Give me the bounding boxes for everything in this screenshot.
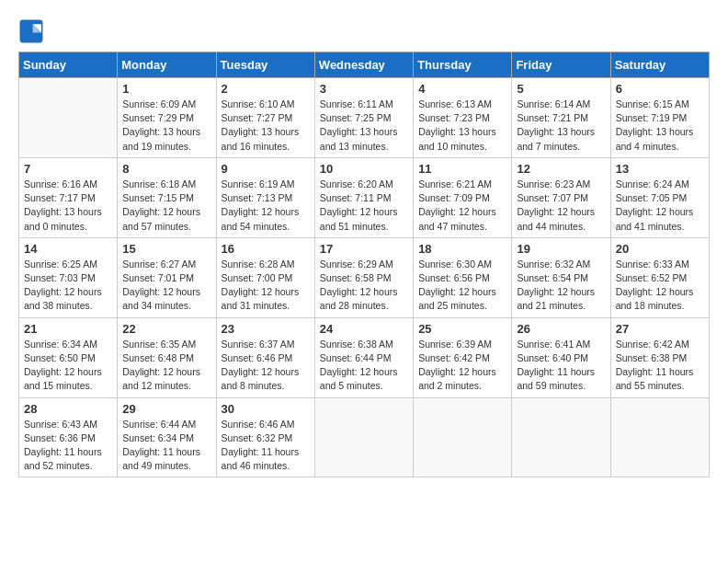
weekday-header-saturday: Saturday — [610, 52, 709, 78]
sunset-text: Sunset: 7:13 PM — [222, 192, 293, 203]
sunrise-text: Sunrise: 6:14 AM — [517, 98, 590, 109]
day-number: 18 — [418, 242, 506, 256]
sunset-text: Sunset: 7:03 PM — [24, 272, 96, 283]
day-number: 24 — [320, 322, 408, 336]
sunset-text: Sunset: 6:44 PM — [320, 352, 392, 363]
sunrise-text: Sunrise: 6:28 AM — [222, 259, 295, 270]
day-number: 23 — [222, 322, 310, 336]
calendar-day-cell: 15 Sunrise: 6:27 AM Sunset: 7:01 PM Dayl… — [118, 237, 216, 317]
day-number: 13 — [616, 162, 704, 176]
sunrise-text: Sunrise: 6:15 AM — [616, 98, 689, 109]
day-number: 2 — [222, 82, 310, 96]
day-number: 29 — [122, 402, 210, 416]
sunrise-text: Sunrise: 6:44 AM — [122, 419, 196, 430]
daylight-text: Daylight: 12 hours and 8 minutes. — [222, 366, 300, 391]
daylight-text: Daylight: 12 hours and 47 minutes. — [418, 206, 496, 231]
calendar-day-cell: 27 Sunrise: 6:42 AM Sunset: 6:38 PM Dayl… — [610, 317, 709, 397]
day-detail: Sunrise: 6:29 AM Sunset: 6:58 PM Dayligh… — [320, 258, 408, 314]
sunset-text: Sunset: 6:54 PM — [517, 272, 588, 283]
sunset-text: Sunset: 6:52 PM — [616, 272, 688, 283]
sunset-text: Sunset: 7:00 PM — [222, 272, 293, 283]
daylight-text: Daylight: 11 hours and 46 minutes. — [222, 446, 300, 471]
day-detail: Sunrise: 6:33 AM Sunset: 6:52 PM Dayligh… — [616, 258, 704, 314]
sunrise-text: Sunrise: 6:37 AM — [222, 339, 295, 350]
sunset-text: Sunset: 6:50 PM — [24, 352, 96, 363]
day-number: 15 — [122, 242, 210, 256]
day-detail: Sunrise: 6:10 AM Sunset: 7:27 PM Dayligh… — [222, 98, 310, 154]
sunset-text: Sunset: 7:15 PM — [122, 192, 194, 203]
day-detail: Sunrise: 6:35 AM Sunset: 6:48 PM Dayligh… — [122, 338, 210, 394]
weekday-header-tuesday: Tuesday — [216, 52, 314, 78]
day-detail: Sunrise: 6:25 AM Sunset: 7:03 PM Dayligh… — [24, 258, 112, 314]
sunrise-text: Sunrise: 6:42 AM — [616, 339, 689, 350]
sunset-text: Sunset: 7:09 PM — [418, 192, 490, 203]
day-detail: Sunrise: 6:20 AM Sunset: 7:11 PM Dayligh… — [320, 178, 408, 234]
day-number: 6 — [616, 82, 704, 96]
day-detail: Sunrise: 6:28 AM Sunset: 7:00 PM Dayligh… — [222, 258, 310, 314]
sunset-text: Sunset: 7:21 PM — [517, 112, 588, 123]
calendar-day-cell: 21 Sunrise: 6:34 AM Sunset: 6:50 PM Dayl… — [19, 317, 118, 397]
day-detail: Sunrise: 6:24 AM Sunset: 7:05 PM Dayligh… — [616, 178, 704, 234]
sunset-text: Sunset: 6:38 PM — [616, 352, 688, 363]
page-header — [18, 18, 710, 44]
sunset-text: Sunset: 7:05 PM — [616, 192, 688, 203]
weekday-header-monday: Monday — [118, 52, 216, 78]
day-number: 19 — [517, 242, 605, 256]
daylight-text: Daylight: 11 hours and 55 minutes. — [616, 366, 694, 391]
calendar-day-cell: 6 Sunrise: 6:15 AM Sunset: 7:19 PM Dayli… — [610, 78, 709, 158]
calendar-day-cell: 18 Sunrise: 6:30 AM Sunset: 6:56 PM Dayl… — [414, 237, 512, 317]
daylight-text: Daylight: 12 hours and 38 minutes. — [24, 286, 102, 311]
daylight-text: Daylight: 13 hours and 16 minutes. — [222, 126, 300, 151]
daylight-text: Daylight: 12 hours and 28 minutes. — [320, 286, 398, 311]
sunrise-text: Sunrise: 6:18 AM — [122, 178, 196, 190]
calendar-day-cell: 10 Sunrise: 6:20 AM Sunset: 7:11 PM Dayl… — [314, 157, 413, 237]
sunset-text: Sunset: 7:11 PM — [320, 192, 392, 203]
calendar-day-cell: 19 Sunrise: 6:32 AM Sunset: 6:54 PM Dayl… — [512, 237, 610, 317]
day-detail: Sunrise: 6:11 AM Sunset: 7:25 PM Dayligh… — [320, 98, 408, 154]
sunrise-text: Sunrise: 6:32 AM — [517, 259, 590, 270]
day-number: 11 — [418, 162, 506, 176]
day-number: 26 — [517, 322, 605, 336]
daylight-text: Daylight: 13 hours and 0 minutes. — [24, 206, 102, 231]
calendar-week-4: 21 Sunrise: 6:34 AM Sunset: 6:50 PM Dayl… — [19, 317, 710, 397]
day-detail: Sunrise: 6:41 AM Sunset: 6:40 PM Dayligh… — [517, 338, 605, 394]
sunrise-text: Sunrise: 6:11 AM — [320, 98, 393, 109]
weekday-header-sunday: Sunday — [19, 52, 118, 78]
calendar-table: SundayMondayTuesdayWednesdayThursdayFrid… — [18, 52, 710, 477]
weekday-header-friday: Friday — [512, 52, 610, 78]
sunset-text: Sunset: 7:23 PM — [418, 112, 490, 123]
sunset-text: Sunset: 6:36 PM — [24, 432, 96, 443]
sunset-text: Sunset: 6:42 PM — [418, 352, 490, 363]
calendar-day-cell — [314, 397, 413, 477]
daylight-text: Daylight: 12 hours and 21 minutes. — [517, 286, 595, 311]
calendar-day-cell: 29 Sunrise: 6:44 AM Sunset: 6:34 PM Dayl… — [118, 397, 216, 477]
sunrise-text: Sunrise: 6:19 AM — [222, 178, 295, 190]
day-number: 14 — [24, 242, 112, 256]
calendar-day-cell: 17 Sunrise: 6:29 AM Sunset: 6:58 PM Dayl… — [314, 237, 413, 317]
calendar-day-cell: 25 Sunrise: 6:39 AM Sunset: 6:42 PM Dayl… — [414, 317, 512, 397]
weekday-header-wednesday: Wednesday — [314, 52, 413, 78]
daylight-text: Daylight: 12 hours and 5 minutes. — [320, 366, 398, 391]
daylight-text: Daylight: 13 hours and 13 minutes. — [320, 126, 398, 151]
sunset-text: Sunset: 6:40 PM — [517, 352, 588, 363]
day-number: 21 — [24, 322, 112, 336]
sunset-text: Sunset: 7:01 PM — [122, 272, 194, 283]
daylight-text: Daylight: 12 hours and 15 minutes. — [24, 366, 102, 391]
day-number: 16 — [222, 242, 310, 256]
day-detail: Sunrise: 6:30 AM Sunset: 6:56 PM Dayligh… — [418, 258, 506, 314]
daylight-text: Daylight: 11 hours and 52 minutes. — [24, 446, 102, 471]
sunrise-text: Sunrise: 6:13 AM — [418, 98, 492, 109]
calendar-day-cell: 3 Sunrise: 6:11 AM Sunset: 7:25 PM Dayli… — [314, 78, 413, 158]
calendar-day-cell: 4 Sunrise: 6:13 AM Sunset: 7:23 PM Dayli… — [414, 78, 512, 158]
sunset-text: Sunset: 7:27 PM — [222, 112, 293, 123]
sunrise-text: Sunrise: 6:27 AM — [122, 259, 196, 270]
daylight-text: Daylight: 12 hours and 25 minutes. — [418, 286, 496, 311]
day-detail: Sunrise: 6:32 AM Sunset: 6:54 PM Dayligh… — [517, 258, 605, 314]
sunset-text: Sunset: 7:25 PM — [320, 112, 392, 123]
day-number: 8 — [122, 162, 210, 176]
day-number: 5 — [517, 82, 605, 96]
calendar-week-3: 14 Sunrise: 6:25 AM Sunset: 7:03 PM Dayl… — [19, 237, 710, 317]
day-number: 30 — [222, 402, 310, 416]
daylight-text: Daylight: 12 hours and 44 minutes. — [517, 206, 595, 231]
calendar-day-cell: 28 Sunrise: 6:43 AM Sunset: 6:36 PM Dayl… — [19, 397, 118, 477]
